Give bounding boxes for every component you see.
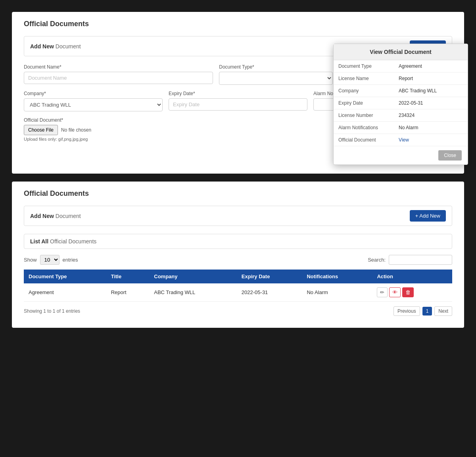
table-footer: Showing 1 to 1 of 1 entries Previous 1 N… [24, 306, 452, 316]
list-section-text: List All Official Documents [30, 238, 96, 245]
modal-val-company: ABC Trading WLL [394, 85, 468, 97]
file-upload-row: Choose File No file chosen [24, 125, 91, 135]
modal-val-expiry-date: 2022-05-31 [394, 97, 468, 109]
modal-key-company: Company [334, 85, 394, 97]
search-input[interactable] [389, 255, 452, 265]
modal-row-alarm-notifications: Alarm Notifications No Alarm [334, 122, 468, 134]
modal-val-doc-type: Agreement [394, 60, 468, 73]
search-box: Search: [368, 255, 452, 265]
modal-val-official-doc[interactable]: View [394, 134, 468, 146]
choose-file-button[interactable]: Choose File [24, 125, 58, 135]
modal-footer: Close [334, 146, 468, 164]
expiry-date-label: Expiry Date* [169, 91, 307, 96]
modal-key-doc-type: Document Type [334, 60, 394, 73]
modal-row-license-name: License Name Report [334, 73, 468, 85]
company-select[interactable]: ABC Trading WLL Company B [24, 98, 163, 111]
cell-company: ABC Trading WLL [149, 283, 237, 302]
table-header: Document Type Title Company Expiry Date … [24, 270, 452, 283]
doc-name-group: Document Name* [24, 64, 213, 85]
show-label: Show [24, 257, 37, 263]
modal-row-expiry-date: Expiry Date 2022-05-31 [334, 97, 468, 109]
table-row: Agreement Report ABC Trading WLL 2022-05… [24, 283, 452, 302]
view-button[interactable]: 👁 [389, 287, 401, 297]
search-label: Search: [368, 257, 386, 263]
col-notifications: Notifications [302, 270, 372, 283]
add-new-button-2[interactable]: + Add New [410, 210, 446, 222]
edit-button[interactable]: ✏ [377, 287, 388, 297]
view-modal: View Official Document Document Type Agr… [333, 44, 468, 165]
doc-type-label: Document Type* [219, 64, 332, 70]
table-controls: Show 10 25 50 entries Search: [24, 255, 452, 265]
col-title: Title [106, 270, 150, 283]
table-header-row: Document Type Title Company Expiry Date … [24, 270, 452, 283]
doc-type-group: Document Type* Agreement License Certifi… [219, 64, 332, 85]
modal-key-alarm-notifications: Alarm Notifications [334, 122, 394, 134]
section-header-text: Add New Document [30, 43, 81, 50]
view-document-link[interactable]: View [399, 137, 409, 143]
company-group: Company* ABC Trading WLL Company B [24, 91, 163, 111]
previous-page-button[interactable]: Previous [393, 306, 420, 316]
show-entries-select[interactable]: 10 25 50 [40, 255, 60, 265]
cell-action: ✏ 👁 🗑 [372, 283, 452, 302]
modal-key-official-doc: Official Document [334, 134, 394, 146]
active-page[interactable]: 1 [422, 307, 432, 316]
cell-doc-type: Agreement [24, 283, 106, 302]
cell-expiry-date: 2022-05-31 [237, 283, 302, 302]
modal-row-license-number: License Number 234324 [334, 109, 468, 122]
modal-title: View Official Document [334, 44, 468, 60]
official-doc-label: Official Document* [24, 117, 91, 123]
modal-key-license-name: License Name [334, 73, 394, 85]
modal-close-button[interactable]: Close [438, 150, 462, 161]
page-title-2: Official Documents [24, 189, 452, 198]
table-body: Agreement Report ABC Trading WLL 2022-05… [24, 283, 452, 302]
show-entries: Show 10 25 50 entries [24, 255, 78, 265]
official-doc-group: Official Document* Choose File No file c… [24, 117, 91, 141]
col-company: Company [149, 270, 237, 283]
showing-entries-text: Showing 1 to 1 of 1 entries [24, 308, 80, 314]
action-buttons: ✏ 👁 🗑 [377, 287, 447, 297]
modal-val-alarm-notifications: No Alarm [394, 122, 468, 134]
delete-button[interactable]: 🗑 [402, 287, 414, 297]
panel-2: Official Documents Add New Document + Ad… [12, 182, 464, 328]
next-page-button[interactable]: Next [434, 306, 452, 316]
doc-name-label: Document Name* [24, 64, 213, 70]
modal-val-license-number: 234324 [394, 109, 468, 122]
entries-label: entries [63, 257, 78, 263]
upload-hint-text: Upload files only: gif,png,jpg,jpeg [24, 137, 91, 141]
documents-table: Document Type Title Company Expiry Date … [24, 270, 452, 302]
no-file-chosen-text: No file chosen [61, 127, 91, 133]
modal-row-doc-type: Document Type Agreement [334, 60, 468, 73]
col-expiry-date: Expiry Date [237, 270, 302, 283]
company-label: Company* [24, 91, 163, 96]
cell-notifications: No Alarm [302, 283, 372, 302]
modal-key-license-number: License Number [334, 109, 394, 122]
list-section: List All Official Documents [24, 234, 452, 249]
doc-name-input[interactable] [24, 72, 213, 84]
col-doc-type: Document Type [24, 270, 106, 283]
doc-type-select[interactable]: Agreement License Certificate Permit [219, 72, 332, 85]
modal-val-license-name: Report [394, 73, 468, 85]
modal-details-table: Document Type Agreement License Name Rep… [334, 60, 468, 146]
expiry-date-input[interactable] [169, 98, 307, 111]
page-title-1: Official Documents [24, 20, 452, 28]
modal-row-company: Company ABC Trading WLL [334, 85, 468, 97]
cell-title: Report [106, 283, 150, 302]
section-header-text-2: Add New Document [30, 213, 81, 219]
file-upload-area: Choose File No file chosen Upload files … [24, 125, 91, 141]
col-action: Action [372, 270, 452, 283]
expiry-date-group: Expiry Date* [169, 91, 307, 111]
modal-key-expiry-date: Expiry Date [334, 97, 394, 109]
modal-row-official-doc: Official Document View [334, 134, 468, 146]
add-new-section-header-2: Add New Document + Add New [24, 206, 452, 226]
pagination: Previous 1 Next [393, 306, 452, 316]
